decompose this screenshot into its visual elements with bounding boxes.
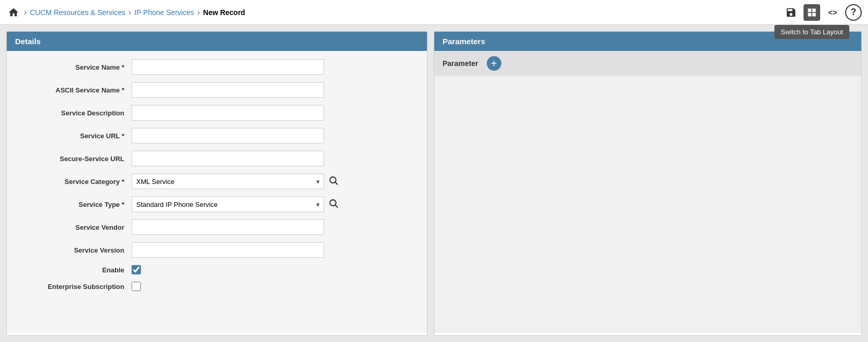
service-name-row: Service Name * bbox=[17, 59, 417, 75]
main-content: Details Service Name * ASCII Service Nam… bbox=[6, 31, 862, 336]
service-category-row: Service Category * XML Service ▾ bbox=[17, 174, 417, 189]
service-description-row: Service Description bbox=[17, 105, 417, 121]
enable-label: Enable bbox=[17, 266, 132, 274]
ascii-service-name-row: ASCII Service Name * bbox=[17, 82, 417, 98]
enable-row: Enable bbox=[17, 265, 417, 274]
secure-service-url-row: Secure-Service URL bbox=[17, 151, 417, 166]
topbar: › CUCM Resources & Services › IP Phone S… bbox=[0, 0, 868, 25]
enable-checkbox[interactable] bbox=[132, 265, 141, 274]
service-vendor-input[interactable] bbox=[132, 219, 324, 235]
svg-line-5 bbox=[335, 182, 338, 185]
details-header: Details bbox=[7, 32, 427, 51]
svg-rect-1 bbox=[812, 8, 816, 12]
secure-service-url-label: Secure-Service URL bbox=[17, 155, 132, 163]
enterprise-row: Enterprise Subscription bbox=[17, 282, 417, 291]
parameter-row: Parameter + bbox=[434, 51, 861, 76]
parameter-label: Parameter bbox=[443, 59, 478, 68]
save-icon[interactable] bbox=[783, 4, 799, 21]
breadcrumb-sep-2: › bbox=[128, 8, 131, 17]
service-category-select[interactable]: XML Service bbox=[132, 174, 324, 189]
service-type-search-icon[interactable] bbox=[328, 198, 339, 211]
service-version-label: Service Version bbox=[17, 246, 132, 254]
service-type-select[interactable]: Standard IP Phone Service bbox=[132, 196, 324, 212]
breadcrumb-area: › CUCM Resources & Services › IP Phone S… bbox=[6, 5, 783, 20]
service-url-label: Service URL * bbox=[17, 132, 132, 140]
details-panel: Details Service Name * ASCII Service Nam… bbox=[6, 31, 427, 336]
home-icon[interactable] bbox=[6, 5, 21, 20]
service-version-row: Service Version bbox=[17, 242, 417, 258]
service-name-input[interactable] bbox=[132, 59, 324, 75]
secure-service-url-input[interactable] bbox=[132, 151, 324, 166]
service-category-select-wrap: XML Service ▾ bbox=[132, 174, 324, 189]
parameters-body: Parameter + bbox=[434, 51, 861, 333]
svg-rect-2 bbox=[808, 12, 812, 16]
service-type-row: Service Type * Standard IP Phone Service… bbox=[17, 196, 417, 212]
code-icon[interactable]: <> bbox=[824, 4, 841, 21]
switch-tab-tooltip: Switch to Tab Layout bbox=[774, 25, 849, 39]
svg-rect-0 bbox=[808, 8, 812, 12]
ascii-service-name-label: ASCII Service Name * bbox=[17, 86, 132, 94]
topbar-actions: <> ? Switch to Tab Layout bbox=[783, 4, 862, 21]
service-description-input[interactable] bbox=[132, 105, 324, 121]
help-icon[interactable]: ? bbox=[845, 4, 862, 21]
enterprise-label: Enterprise Subscription bbox=[17, 283, 132, 291]
ascii-service-name-input[interactable] bbox=[132, 82, 324, 98]
service-category-label: Service Category * bbox=[17, 178, 132, 186]
layout-icon[interactable] bbox=[804, 4, 820, 21]
parameters-panel: Parameters Parameter + bbox=[434, 31, 862, 336]
details-body: Service Name * ASCII Service Name * Serv… bbox=[7, 51, 427, 333]
service-version-input[interactable] bbox=[132, 242, 324, 258]
service-url-input[interactable] bbox=[132, 128, 324, 143]
breadcrumb-ipphone[interactable]: IP Phone Services bbox=[134, 8, 194, 17]
svg-line-7 bbox=[335, 205, 338, 207]
breadcrumb-cucm[interactable]: CUCM Resources & Services bbox=[30, 8, 125, 17]
service-type-select-wrap: Standard IP Phone Service ▾ bbox=[132, 196, 324, 212]
breadcrumb-sep-3: › bbox=[197, 8, 200, 17]
svg-point-6 bbox=[330, 200, 336, 206]
service-description-label: Service Description bbox=[17, 109, 132, 117]
add-parameter-button[interactable]: + bbox=[487, 56, 501, 71]
enterprise-checkbox[interactable] bbox=[132, 282, 141, 291]
service-url-row: Service URL * bbox=[17, 128, 417, 143]
service-type-label: Service Type * bbox=[17, 201, 132, 208]
svg-point-4 bbox=[330, 177, 336, 183]
service-vendor-row: Service Vendor bbox=[17, 219, 417, 235]
breadcrumb-newrecord: New Record bbox=[203, 8, 245, 17]
breadcrumb-sep-1: › bbox=[24, 8, 27, 17]
svg-rect-3 bbox=[812, 12, 816, 16]
service-name-label: Service Name * bbox=[17, 63, 132, 71]
service-vendor-label: Service Vendor bbox=[17, 223, 132, 231]
service-category-search-icon[interactable] bbox=[328, 175, 339, 188]
